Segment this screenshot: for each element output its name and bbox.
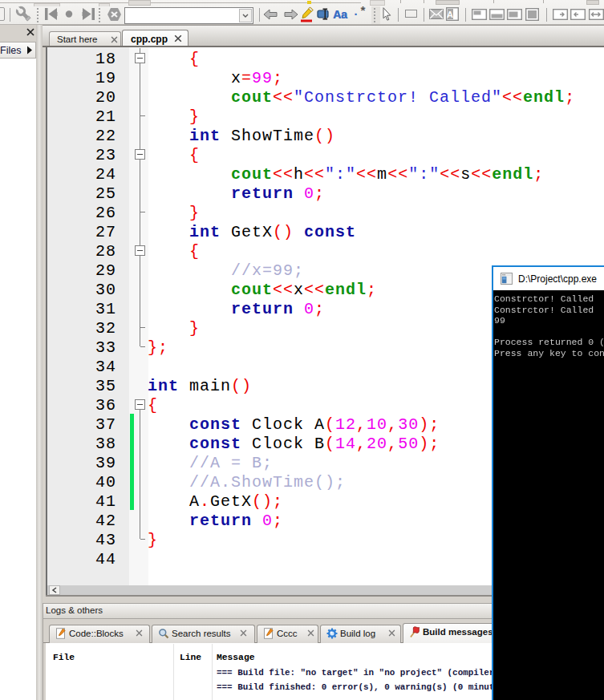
svg-text:A: A — [447, 10, 453, 19]
